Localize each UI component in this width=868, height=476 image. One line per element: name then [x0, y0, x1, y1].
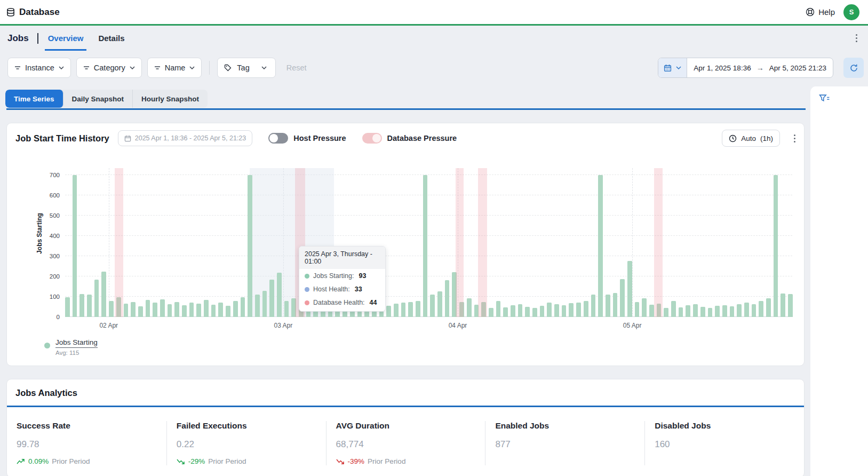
- bar[interactable]: [437, 291, 442, 317]
- bar[interactable]: [87, 295, 92, 317]
- bar[interactable]: [774, 175, 778, 317]
- chart-menu-button[interactable]: [792, 132, 798, 145]
- refresh-button[interactable]: [843, 58, 864, 78]
- bar[interactable]: [401, 303, 406, 317]
- bar[interactable]: [168, 304, 172, 317]
- bar[interactable]: [233, 301, 238, 317]
- bar[interactable]: [211, 305, 216, 317]
- bar[interactable]: [160, 299, 165, 317]
- bar[interactable]: [218, 303, 223, 317]
- bar[interactable]: [241, 297, 245, 317]
- bar[interactable]: [664, 308, 668, 317]
- toggle-switch[interactable]: [268, 133, 288, 144]
- bar[interactable]: [693, 304, 698, 317]
- bar[interactable]: [752, 304, 756, 317]
- bar[interactable]: [124, 304, 129, 317]
- legend-jobs-starting[interactable]: Jobs Starting Avg: 115: [44, 338, 98, 356]
- bar[interactable]: [744, 303, 749, 317]
- bar[interactable]: [511, 305, 515, 317]
- bar[interactable]: [730, 306, 735, 317]
- bar[interactable]: [576, 303, 581, 317]
- instance-filter-dropdown[interactable]: Instance: [7, 58, 71, 78]
- tab-bar-menu-button[interactable]: [854, 32, 859, 44]
- bar[interactable]: [722, 305, 727, 317]
- bar[interactable]: [416, 301, 420, 317]
- bar[interactable]: [196, 304, 201, 317]
- bar[interactable]: [65, 297, 70, 317]
- reset-filters-button[interactable]: Reset: [281, 64, 312, 72]
- bar[interactable]: [467, 298, 472, 317]
- bar[interactable]: [146, 300, 150, 317]
- tab-details[interactable]: Details: [98, 26, 124, 51]
- toggle-switch[interactable]: [362, 133, 382, 144]
- bar[interactable]: [109, 301, 114, 317]
- bar[interactable]: [686, 305, 690, 317]
- bar[interactable]: [781, 293, 785, 317]
- bar[interactable]: [613, 293, 618, 317]
- auto-interval-button[interactable]: Auto (1h): [722, 130, 780, 147]
- bar[interactable]: [759, 301, 763, 317]
- category-filter-dropdown[interactable]: Category: [76, 58, 142, 78]
- date-range-value[interactable]: Apr 1, 2025 18:36 → Apr 5, 2025 21:23: [687, 58, 833, 77]
- tab-overview[interactable]: Overview: [48, 26, 84, 51]
- bars-area[interactable]: 010020030040050060070002 Apr03 Apr04 Apr…: [65, 168, 792, 317]
- bar[interactable]: [189, 303, 194, 317]
- bar[interactable]: [73, 175, 77, 317]
- bar[interactable]: [649, 305, 654, 317]
- bar[interactable]: [138, 306, 143, 317]
- chart-range-pill[interactable]: 2025 Apr 1, 18:36 - 2025 Apr 5, 21:23: [118, 130, 253, 146]
- help-button[interactable]: Help: [806, 7, 835, 17]
- view-tab-hourly-snapshot[interactable]: Hourly Snapshot: [133, 90, 208, 108]
- calendar-mode-button[interactable]: [658, 58, 687, 77]
- bar[interactable]: [248, 175, 252, 317]
- tag-filter-dropdown[interactable]: Tag: [217, 58, 275, 78]
- bar[interactable]: [737, 304, 742, 317]
- bar[interactable]: [598, 175, 603, 317]
- bar[interactable]: [386, 306, 391, 317]
- bar[interactable]: [606, 295, 610, 317]
- bar[interactable]: [423, 175, 428, 317]
- bar[interactable]: [503, 307, 508, 317]
- bar[interactable]: [101, 272, 106, 318]
- bar[interactable]: [525, 307, 530, 317]
- bar[interactable]: [269, 280, 274, 317]
- bar[interactable]: [591, 295, 596, 317]
- bar[interactable]: [620, 279, 625, 317]
- user-avatar[interactable]: S: [843, 4, 859, 20]
- bar[interactable]: [94, 280, 99, 317]
- bar[interactable]: [262, 291, 267, 317]
- bar[interactable]: [554, 304, 559, 317]
- bar[interactable]: [700, 307, 705, 317]
- bar[interactable]: [679, 307, 683, 317]
- bar[interactable]: [226, 306, 230, 317]
- bar[interactable]: [635, 302, 640, 317]
- bar[interactable]: [204, 300, 209, 317]
- bar[interactable]: [788, 294, 793, 317]
- bar[interactable]: [547, 303, 552, 317]
- bars-row[interactable]: [65, 168, 792, 317]
- name-filter-dropdown[interactable]: Name: [147, 58, 202, 78]
- bar[interactable]: [569, 303, 574, 317]
- bar[interactable]: [277, 273, 282, 317]
- database-pressure-toggle[interactable]: Database Pressure: [362, 133, 457, 144]
- bar[interactable]: [584, 301, 588, 317]
- bar[interactable]: [79, 294, 84, 317]
- bar[interactable]: [430, 295, 435, 317]
- view-tab-time-series[interactable]: Time Series: [5, 90, 63, 108]
- bar[interactable]: [174, 302, 179, 318]
- advanced-filter-button[interactable]: [819, 94, 868, 104]
- host-pressure-toggle[interactable]: Host Pressure: [268, 133, 346, 144]
- bar[interactable]: [562, 305, 567, 317]
- bar[interactable]: [284, 301, 289, 317]
- bar[interactable]: [255, 295, 260, 317]
- bar[interactable]: [153, 303, 157, 317]
- bar[interactable]: [489, 308, 493, 317]
- bar[interactable]: [708, 308, 713, 317]
- bar[interactable]: [518, 304, 523, 317]
- bar[interactable]: [627, 261, 632, 317]
- bar[interactable]: [496, 301, 501, 317]
- bar[interactable]: [532, 308, 537, 317]
- view-tab-daily-snapshot[interactable]: Daily Snapshot: [63, 90, 133, 108]
- bar[interactable]: [131, 302, 136, 318]
- bar[interactable]: [766, 298, 771, 317]
